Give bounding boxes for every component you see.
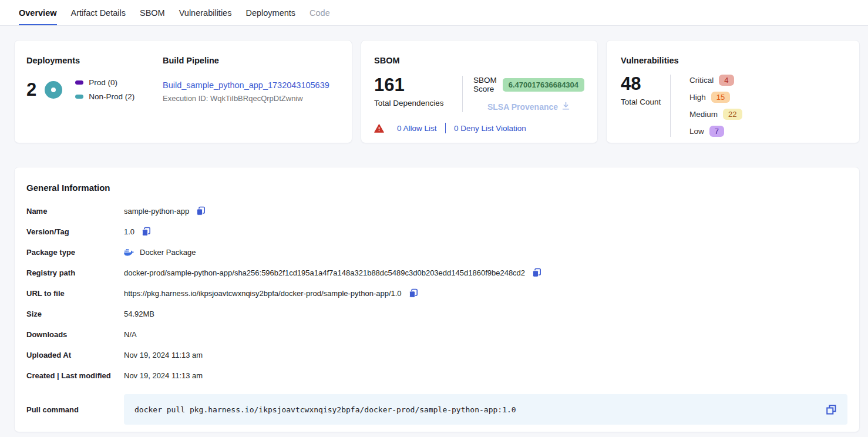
info-row-version: Version/Tag 1.0: [26, 221, 847, 242]
size-label: Size: [26, 310, 124, 318]
prod-legend-dot: [75, 80, 83, 85]
copy-icon[interactable]: [532, 268, 541, 278]
sbom-score-block: SBOM Score 6.470017636684304 SLSA Proven…: [463, 76, 584, 112]
downloads-label: Downloads: [26, 330, 124, 339]
severity-count-badge: 7: [709, 126, 724, 137]
sbom-card: SBOM 161 Total Dependencies SBOM Score 6…: [361, 40, 598, 143]
copy-icon[interactable]: [409, 288, 418, 298]
deployments-total-count: 2: [26, 80, 36, 99]
severity-row-medium: Medium 22: [689, 109, 742, 120]
build-pipeline-title: Build Pipeline: [163, 56, 340, 65]
docker-icon: [124, 248, 134, 257]
severity-label: Low: [689, 127, 704, 136]
severity-row-high: High 15: [689, 92, 742, 103]
nonprod-legend-label: Non-Prod (2): [89, 92, 134, 101]
execution-id: Execution ID: WqkTiIbBRqecQrpDtZwniw: [163, 94, 340, 103]
download-icon: [561, 102, 570, 112]
tab-sbom[interactable]: SBOM: [140, 0, 165, 25]
vuln-total-label: Total Count: [621, 98, 670, 106]
severity-label: Medium: [689, 110, 718, 119]
size-value: 54.92MB: [124, 310, 154, 318]
info-row-uploaded-at: Uploaded At Nov 19, 2024 11:13 am: [26, 345, 847, 365]
tab-vulnerabilities[interactable]: Vulnerabilities: [179, 0, 232, 25]
copy-command-icon[interactable]: [826, 404, 837, 415]
vulnerabilities-title: Vulnerabilities: [621, 56, 845, 65]
package-type-value: Docker Package: [140, 248, 196, 257]
package-type-label: Package type: [26, 248, 124, 257]
uploaded-at-value: Nov 19, 2024 11:13 am: [124, 351, 203, 359]
deployments-section: Deployments 2 Prod (0) Non-Prod (2): [26, 56, 163, 131]
copy-icon[interactable]: [142, 227, 151, 237]
severity-row-low: Low 7: [689, 126, 742, 137]
summary-cards-row: Deployments 2 Prod (0) Non-Prod (2): [14, 40, 860, 143]
severity-label: High: [689, 93, 706, 102]
severity-label: Critical: [689, 76, 714, 85]
vuln-total-count: 48: [621, 75, 670, 93]
info-row-registry-path: Registry path docker-prod/sample-python-…: [26, 263, 847, 283]
legend-item-nonprod: Non-Prod (2): [75, 92, 134, 101]
sbom-total-block: 161 Total Dependencies: [374, 76, 462, 107]
registry-path-label: Registry path: [26, 268, 124, 277]
deployments-title: Deployments: [26, 56, 163, 65]
info-row-size: Size 54.92MB: [26, 304, 847, 324]
overview-page: Deployments 2 Prod (0) Non-Prod (2): [0, 26, 868, 432]
sbom-score-badge: 6.470017636684304: [503, 78, 584, 92]
nonprod-legend-dot: [75, 95, 83, 99]
tab-code[interactable]: Code: [309, 0, 330, 25]
sbom-policy-links: 0 Allow List 0 Deny List Violation: [374, 123, 584, 133]
name-value: sample-python-app: [124, 207, 189, 216]
sbom-title: SBOM: [374, 56, 584, 65]
created-modified-value: Nov 19, 2024 11:13 am: [124, 371, 203, 380]
vulnerabilities-stats: 48 Total Count Critical 4 High 15 Medium: [621, 75, 845, 137]
info-row-downloads: Downloads N/A: [26, 324, 847, 345]
severity-list: Critical 4 High 15 Medium 22 Low 7: [671, 75, 742, 137]
severity-row-critical: Critical 4: [689, 75, 742, 86]
url-value: https://pkg.harness.io/ikpsjoavtcwxnqisy…: [124, 289, 402, 298]
allow-list-link[interactable]: 0 Allow List: [397, 124, 437, 133]
tab-artifact-details[interactable]: Artifact Details: [71, 0, 126, 25]
uploaded-at-label: Uploaded At: [26, 351, 124, 359]
info-row-name: Name sample-python-app: [26, 201, 847, 221]
vuln-total-block: 48 Total Count: [621, 75, 670, 137]
prod-legend-label: Prod (0): [89, 78, 117, 87]
build-pipeline-section: Build Pipeline Build_sample_python_app_1…: [163, 56, 340, 131]
pull-command-text: docker pull pkg.harness.io/ikpsjoavtcwxn…: [134, 405, 826, 414]
warning-icon: [374, 124, 384, 133]
url-label: URL to file: [26, 289, 124, 298]
deployments-legend: Prod (0) Non-Prod (2): [75, 78, 134, 101]
deployments-card: Deployments 2 Prod (0) Non-Prod (2): [14, 40, 352, 143]
pull-command-block: docker pull pkg.harness.io/ikpsjoavtcwxn…: [124, 394, 847, 425]
tab-overview[interactable]: Overview: [19, 0, 57, 25]
info-row-package-type: Package type: [26, 242, 847, 263]
links-divider: [445, 123, 446, 133]
general-information-card: General Information Name sample-python-a…: [14, 167, 860, 432]
vulnerabilities-card: Vulnerabilities 48 Total Count Critical …: [606, 40, 860, 143]
deployments-donut-chart: [45, 81, 62, 99]
tab-bar: Overview Artifact Details SBOM Vulnerabi…: [0, 0, 868, 26]
deny-list-link[interactable]: 0 Deny List Violation: [454, 124, 526, 133]
registry-path-value: docker-prod/sample-python-app/sha256:596…: [124, 268, 525, 277]
copy-icon[interactable]: [196, 206, 206, 216]
slsa-provenance-link[interactable]: SLSA Provenance: [473, 102, 584, 112]
info-rows: Name sample-python-app Version/Tag 1.0: [26, 201, 847, 425]
pipeline-link[interactable]: Build_sample_python_app_1732043105639: [163, 80, 340, 90]
sbom-total-count: 161: [374, 76, 462, 94]
general-information-title: General Information: [26, 183, 847, 193]
sbom-total-label: Total Dependencies: [374, 99, 462, 107]
severity-count-badge: 4: [719, 75, 734, 86]
legend-item-prod: Prod (0): [75, 78, 134, 87]
created-modified-label: Created | Last modified: [26, 371, 124, 380]
slsa-provenance-label: SLSA Provenance: [487, 102, 558, 112]
downloads-value: N/A: [124, 330, 137, 339]
sbom-stats: 161 Total Dependencies SBOM Score 6.4700…: [374, 76, 584, 112]
version-label: Version/Tag: [26, 227, 124, 236]
info-row-created-modified: Created | Last modified Nov 19, 2024 11:…: [26, 365, 847, 386]
severity-count-badge: 15: [711, 92, 730, 103]
sbom-score-label: SBOM Score: [473, 76, 497, 93]
tab-deployments[interactable]: Deployments: [245, 0, 295, 25]
deployments-stat: 2 Prod (0) Non-Prod (2): [26, 78, 163, 101]
version-value: 1.0: [124, 227, 134, 236]
name-label: Name: [26, 207, 124, 216]
info-row-url: URL to file https://pkg.harness.io/ikpsj…: [26, 283, 847, 304]
info-row-pull-command: Pull command docker pull pkg.harness.io/…: [26, 394, 847, 425]
